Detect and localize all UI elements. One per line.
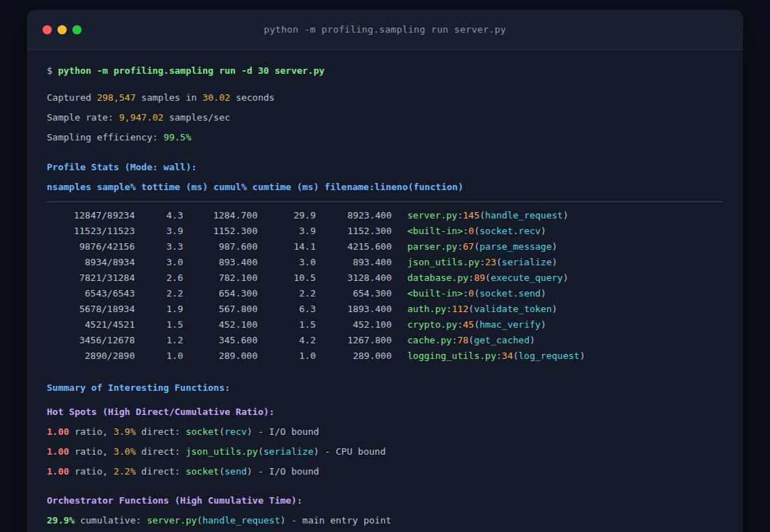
terminal-window: python -m profiling.sampling run server.…	[27, 10, 743, 532]
lineno: 0	[468, 288, 474, 299]
note: - main entry point	[286, 515, 392, 526]
location-cell: json_utils.py:23(serialize)	[407, 255, 557, 270]
cumul-pct-cell: 14.1	[258, 239, 316, 255]
nsamples-cell: 12847/89234	[47, 208, 135, 223]
colon: :	[496, 350, 502, 361]
filename: json_utils.py	[186, 446, 258, 457]
orchestrators-heading: Orchestrator Functions (High Cumulative …	[47, 491, 723, 511]
tottime-cell: 893.400	[183, 255, 258, 270]
filename: cache.py	[407, 335, 452, 345]
seconds-value: 30.02	[202, 92, 230, 103]
tottime-cell: 289.000	[183, 348, 258, 364]
command-line: $ python -m profiling.sampling run -d 30…	[47, 61, 723, 81]
location-cell: parser.py:67(parse_message)	[407, 239, 557, 255]
filename: <built-in>	[407, 226, 463, 236]
sample-pct-cell: 3.9	[135, 223, 183, 239]
tottime-cell: 782.100	[183, 270, 258, 286]
cumulative-label: cumulative:	[75, 515, 147, 526]
profile-stats-heading: Profile Stats (Mode: wall):	[47, 157, 723, 177]
stat-row: 8934/89343.0893.4003.0893.400json_utils.…	[47, 255, 723, 270]
close-paren: )	[280, 515, 286, 526]
zoom-button[interactable]	[72, 25, 82, 34]
location-cell: <built-in>:0(socket.recv)	[407, 223, 546, 239]
filename: socket	[186, 426, 219, 437]
close-paren: )	[529, 335, 535, 345]
tottime-cell: 1152.300	[183, 223, 258, 239]
close-paren: )	[247, 426, 253, 437]
lineno: 45	[463, 319, 474, 330]
direct-label: direct:	[136, 426, 185, 437]
function-name: socket.send	[480, 288, 541, 299]
rate-label: Sample rate:	[47, 112, 119, 123]
function-name: serialize	[502, 257, 551, 267]
lineno: 67	[463, 241, 474, 252]
captured-post: seconds	[230, 92, 275, 103]
function-name: execute_query	[490, 272, 563, 283]
stats-table: 12847/892344.31284.70029.98923.400server…	[47, 208, 723, 364]
nsamples-cell: 9876/42156	[47, 239, 135, 255]
cumul-pct-cell: 10.5	[258, 270, 316, 286]
cumtime-cell: 3128.400	[316, 270, 392, 286]
cumul-pct-cell: 1.0	[258, 348, 316, 364]
function-name: parse_message	[480, 241, 552, 252]
close-paren: )	[580, 350, 585, 361]
close-paren: )	[563, 272, 568, 283]
open-paren: (	[474, 319, 480, 330]
filename: <built-in>	[407, 288, 463, 299]
cumul-pct-cell: 6.3	[258, 301, 316, 317]
terminal-content: $ python -m profiling.sampling run -d 30…	[27, 50, 743, 532]
tottime-cell: 1284.700	[183, 208, 258, 223]
efficiency-value: 99.5%	[163, 132, 191, 143]
filename: parser.py	[407, 241, 457, 252]
tottime-cell: 567.800	[183, 301, 258, 317]
function-name: validate_token	[474, 304, 552, 314]
close-button[interactable]	[43, 25, 52, 34]
close-paren: )	[541, 319, 546, 330]
close-paren: )	[541, 226, 546, 236]
lineno: 112	[452, 304, 468, 314]
sample-pct-cell: 1.5	[135, 317, 183, 333]
note: - I/O bound	[253, 466, 319, 477]
open-paren: (	[219, 466, 225, 477]
open-paren: (	[474, 288, 480, 299]
stat-row: 2890/28901.0289.0001.0289.000logging_uti…	[47, 348, 723, 364]
hotspot-item: 1.00 ratio, 3.0% direct: json_utils.py(s…	[47, 442, 723, 462]
close-paren: )	[552, 257, 558, 267]
direct-pct: 2.2%	[114, 466, 136, 477]
nsamples-cell: 7821/31284	[47, 270, 135, 286]
cumtime-cell: 8923.400	[316, 208, 392, 223]
cumtime-cell: 289.000	[316, 348, 392, 364]
location-cell: cache.py:78(get_cached)	[407, 333, 535, 348]
filename: database.py	[407, 272, 468, 283]
nsamples-cell: 6543/6543	[47, 286, 135, 301]
filename: logging_utils.py	[407, 350, 496, 361]
function-name: get_cached	[474, 335, 529, 345]
location-cell: logging_utils.py:34(log_request)	[407, 348, 585, 364]
hotspots-heading: Hot Spots (High Direct/Cumulative Ratio)…	[47, 402, 723, 422]
function-name: serialize	[263, 446, 313, 457]
samples-count: 298,547	[97, 92, 136, 103]
rate-post: samples/sec	[163, 112, 230, 123]
sample-pct-cell: 1.2	[135, 333, 183, 348]
cumtime-cell: 893.400	[316, 255, 392, 270]
minimize-button[interactable]	[57, 25, 67, 34]
direct-pct: 3.0%	[114, 446, 136, 457]
filename: crypto.py	[407, 319, 457, 330]
open-paren: (	[513, 350, 519, 361]
filename: auth.py	[407, 304, 446, 314]
close-paren: )	[563, 210, 568, 221]
nsamples-cell: 5678/18934	[47, 301, 135, 317]
cumulative-pct: 29.9%	[47, 515, 75, 526]
nsamples-cell: 11523/11523	[47, 223, 135, 239]
titlebar[interactable]: python -m profiling.sampling run server.…	[27, 10, 743, 50]
open-paren: (	[468, 304, 474, 314]
sample-pct-cell: 3.3	[135, 239, 183, 255]
colon: :	[480, 257, 485, 267]
open-paren: (	[197, 515, 202, 526]
ratio-label: ratio,	[69, 446, 114, 457]
sample-pct-cell: 1.0	[135, 348, 183, 364]
function-name: log_request	[519, 350, 580, 361]
direct-label: direct:	[136, 446, 185, 457]
efficiency-line: Sampling efficiency: 99.5%	[47, 128, 723, 148]
sample-pct-cell: 4.3	[135, 208, 183, 223]
